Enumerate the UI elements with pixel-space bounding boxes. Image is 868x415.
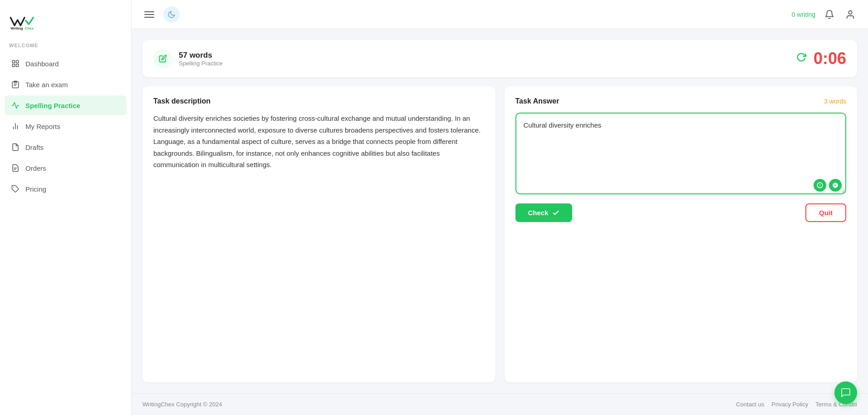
topbar: 0 writing [132,0,868,29]
grid-icon [11,59,20,68]
copyright-text: WritingChex Copyright © 2024 [142,401,222,408]
page-content: 57 words Spelling Practice 0:06 Task des… [132,29,868,393]
sidebar-item-orders[interactable]: Orders [5,158,127,178]
logo-svg: Writing Chex [9,11,45,34]
bell-icon [824,10,834,20]
textarea-toolbar [814,179,842,192]
refresh-button[interactable] [796,52,806,65]
checkmark-icon [552,209,559,217]
chat-bubble-button[interactable] [834,381,857,404]
task-answer-header: Task Answer 3 words [515,97,847,105]
sidebar-item-dashboard[interactable]: Dashboard [5,54,127,74]
task-answer-title: Task Answer [515,97,559,105]
card-header-left: 57 words Spelling Practice [153,49,223,68]
sidebar-welcome-label: WELCOME [0,41,131,54]
user-menu-button[interactable] [843,8,857,21]
activity-icon [11,101,20,110]
refresh-icon [796,52,806,62]
hamburger-button[interactable] [142,10,156,20]
practice-label: Spelling Practice [179,60,223,67]
sidebar-item-label: Pricing [25,185,46,193]
tag-icon [11,184,20,193]
grammarly-icon[interactable] [829,179,842,192]
pencil-icon [153,49,172,68]
sidebar-item-drafts[interactable]: Drafts [5,137,127,157]
answer-word-count: 3 words [824,98,846,105]
svg-rect-3 [16,60,19,63]
spell-check-icon[interactable] [814,179,826,192]
svg-text:Chex: Chex [25,26,34,30]
sidebar-item-my-reports[interactable]: My Reports [5,116,127,136]
sidebar-item-spelling-practice[interactable]: Spelling Practice [5,95,127,115]
sidebar-item-label: Dashboard [25,60,59,68]
page-footer: WritingChex Copyright © 2024 Contact us … [132,393,868,415]
logo-area: Writing Chex [0,0,131,41]
sidebar: Writing Chex WELCOME Dashboard [0,0,132,415]
user-icon [845,10,855,20]
sidebar-item-take-exam[interactable]: Take an exam [5,74,127,94]
privacy-policy-link[interactable]: Privacy Policy [771,401,808,408]
topbar-left [142,6,180,23]
svg-rect-4 [12,64,15,67]
list-icon [11,163,20,173]
sidebar-item-label: Orders [25,164,46,172]
task-description-title: Task description [153,97,211,105]
answer-area: Cultural diversity enriches [515,113,847,222]
sidebar-nav: Dashboard Take an exam [0,54,131,200]
quit-button-label: Quit [819,209,833,217]
chat-icon [840,387,851,398]
task-description-header: Task description [153,97,485,105]
quit-button[interactable]: Quit [805,203,846,222]
words-count: 57 words [179,51,223,60]
clipboard-icon [11,80,20,89]
task-description-card: Task description Cultural diversity enri… [142,86,495,382]
textarea-wrapper: Cultural diversity enriches [515,113,847,196]
file-icon [11,143,20,152]
answer-textarea[interactable]: Cultural diversity enriches [515,113,847,194]
two-column-layout: Task description Cultural diversity enri… [142,86,857,382]
sidebar-item-pricing[interactable]: Pricing [5,179,127,199]
card-header-text: 57 words Spelling Practice [179,51,223,67]
task-description-text: Cultural diversity enriches societies by… [153,113,485,171]
notification-button[interactable] [823,8,836,21]
theme-toggle-button[interactable] [163,6,180,23]
sidebar-item-label: Take an exam [25,81,68,89]
check-button-label: Check [528,209,549,217]
svg-rect-2 [12,60,15,63]
timer-display: 0:06 [814,49,846,68]
task-answer-card: Task Answer 3 words Cultural diversity e… [505,86,858,382]
topbar-right: 0 writing [792,8,857,21]
writing-count-badge: 0 writing [792,11,815,18]
sidebar-item-label: My Reports [25,123,60,130]
action-buttons-row: Check Quit [515,203,847,222]
contact-us-link[interactable]: Contact us [736,401,764,408]
sidebar-item-label: Drafts [25,143,44,151]
svg-rect-5 [16,64,19,67]
card-header-right: 0:06 [796,49,846,68]
bar-chart-icon [11,122,20,131]
main-content: 0 writing [132,0,868,415]
svg-text:Writing: Writing [10,26,23,30]
check-button[interactable]: Check [515,203,572,222]
moon-icon [167,10,176,19]
sidebar-item-label: Spelling Practice [25,102,80,109]
svg-point-16 [848,10,852,14]
task-header-card: 57 words Spelling Practice 0:06 [142,40,857,77]
